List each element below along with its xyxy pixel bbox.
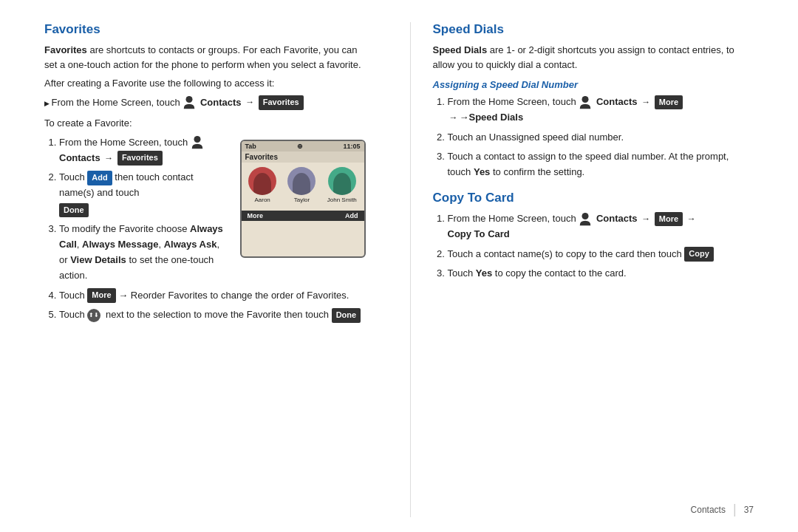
copy-step-2: Touch a contact name(s) to copy to the c… [448, 247, 754, 262]
phone-add-btn[interactable]: Add [345, 212, 358, 219]
copy-step1-prefix: From the Home Screen, touch [448, 213, 579, 224]
sd-person-icon [579, 95, 592, 110]
step1-favorites-btn[interactable]: Favorites [117, 151, 163, 165]
copy-to-card-title: Copy To Card [433, 191, 754, 205]
phone-tab-label: Favorites [242, 151, 364, 163]
favorites-bold: Favorites [44, 44, 87, 55]
sd-step-2: Touch an Unassigned speed dial number. [448, 130, 754, 146]
sd-more-btn[interactable]: More [655, 95, 683, 109]
left-column: Favorites Favorites are shortcuts to con… [44, 22, 381, 517]
step2-prefix: Touch [59, 171, 87, 183]
favorites-title: Favorites [44, 22, 366, 37]
phone-contact-taylor: Taylor [287, 167, 316, 203]
view-details: View Details [70, 254, 126, 265]
phone-status-right: 11:05 [343, 143, 360, 150]
phone-more-btn[interactable]: More [248, 212, 264, 219]
step1-contacts: Contacts [59, 152, 100, 163]
copy-step3-suffix: to copy the contact to the card. [492, 267, 626, 279]
avatar-taylor [287, 167, 316, 195]
contact-name-johnsmith: John Smith [327, 197, 357, 203]
phone-screen-mockup: Tab ⊕ 11:05 Favorites Aaron Taylor John … [240, 140, 366, 258]
bullet1-arrow: → [245, 97, 254, 107]
phone-status-left: Tab [245, 143, 256, 150]
move-icon [87, 309, 100, 322]
favorites-intro: Favorites are shortcuts to contacts or g… [44, 43, 366, 72]
done-btn-step5[interactable]: Done [332, 308, 361, 322]
after-text: After creating a Favorite use the follow… [44, 76, 366, 91]
svg-point-2 [582, 95, 589, 102]
sd-step1-arrow2: → [449, 112, 458, 123]
step-4: Touch More → Reorder Favorites to change… [59, 288, 366, 304]
more-btn-step4[interactable]: More [87, 288, 115, 302]
always-ask: Always Ask [164, 239, 217, 250]
sd-arrow: → [641, 97, 650, 107]
page-footer: Contacts | 37 [691, 502, 754, 517]
copy-contacts-label: Contacts [596, 213, 638, 224]
step1-person-icon [191, 135, 204, 150]
speed-dials-bold: Speed Dials [433, 44, 488, 55]
bullet1-contacts: Contacts [200, 97, 242, 108]
phone-contacts-row: Aaron Taylor John Smith [242, 163, 364, 208]
copy-step1-suffix: Copy To Card [448, 228, 510, 239]
svg-point-1 [194, 136, 200, 143]
create-title: To create a Favorite: [44, 116, 366, 131]
copy-step2-text: Touch a contact name(s) to copy to the c… [448, 248, 685, 259]
speed-dials-intro: Speed Dials are 1- or 2-digit shortcuts … [433, 43, 754, 72]
phone-status-bar: Tab ⊕ 11:05 [242, 141, 364, 151]
contacts-person-icon [183, 95, 196, 110]
speed-dials-steps: From the Home Screen, touch Contacts → M… [448, 95, 754, 180]
bullet-list: From the Home Screen, touch Contacts → F… [44, 95, 366, 111]
bullet1-favorites-btn[interactable]: Favorites [259, 95, 304, 109]
phone-contact-aaron: Aaron [248, 167, 276, 203]
sd-step3-suffix: to confirm the setting. [490, 166, 584, 177]
bullet-item-1: From the Home Screen, touch Contacts → F… [44, 95, 366, 111]
sd-step1-suffix: →Speed Dials [460, 112, 524, 123]
sd-yes: Yes [474, 166, 490, 177]
footer-divider: | [733, 502, 737, 517]
copy-step-1: From the Home Screen, touch Contacts → M… [448, 211, 754, 242]
phone-bottom-bar: More Add [242, 211, 364, 221]
avatar-aaron [248, 167, 276, 195]
sd-step-1: From the Home Screen, touch Contacts → M… [448, 95, 754, 126]
phone-contact-johnsmith: John Smith [327, 167, 357, 203]
step4-prefix: Touch [59, 290, 87, 301]
avatar-johnsmith [328, 167, 356, 195]
add-btn[interactable]: Add [87, 171, 112, 185]
copy-arrow1: → [641, 214, 650, 224]
copy-arrow2: → [687, 214, 696, 224]
sd-step-3: Touch a contact to assign to the speed d… [448, 149, 754, 180]
done-btn-step2[interactable]: Done [59, 203, 89, 217]
copy-more-btn[interactable]: More [655, 212, 683, 226]
copy-step-3: Touch Yes to copy the contact to the car… [448, 266, 754, 282]
always-message: Always Message [82, 239, 158, 250]
right-column: Speed Dials Speed Dials are 1- or 2-digi… [410, 22, 754, 517]
step4-suffix: → Reorder Favorites to change the order … [118, 290, 349, 301]
contact-name-aaron: Aaron [254, 197, 270, 203]
footer-page-number: 37 [744, 505, 754, 515]
contact-name-taylor: Taylor [294, 197, 310, 203]
copy-step3-text: Touch [448, 267, 476, 279]
copy-to-card-steps: From the Home Screen, touch Contacts → M… [448, 211, 754, 282]
step1-arrow: → [104, 153, 113, 163]
copy-person-icon [579, 212, 592, 227]
step5-suffix: next to the selection to move the Favori… [106, 309, 332, 320]
step-5: Touch next to the selection to move the … [59, 307, 366, 323]
assigning-title: Assigning a Speed Dial Number [433, 79, 754, 90]
phone-status-center: ⊕ [297, 143, 303, 150]
step3-text: To modify the Favorite choose [59, 223, 190, 234]
svg-point-0 [186, 96, 193, 103]
bullet1-prefix: From the Home Screen, touch [52, 97, 183, 108]
sd-contacts-label: Contacts [596, 96, 638, 107]
step1-prefix: From the Home Screen, touch [59, 137, 191, 148]
svg-point-3 [582, 212, 589, 219]
step5-prefix: Touch [59, 309, 87, 320]
sd-step1-prefix: From the Home Screen, touch [448, 96, 579, 107]
page-layout: Favorites Favorites are shortcuts to con… [44, 22, 754, 517]
copy-btn[interactable]: Copy [684, 247, 714, 261]
copy-yes: Yes [476, 267, 492, 279]
speed-dials-title: Speed Dials [433, 22, 754, 37]
footer-label: Contacts [691, 505, 726, 515]
favorites-intro-text: are shortcuts to contacts or groups. For… [44, 44, 361, 70]
